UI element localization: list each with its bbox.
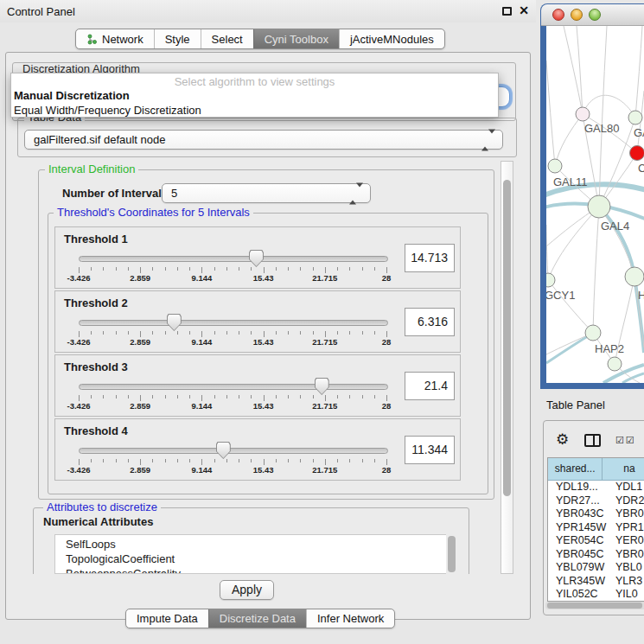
slider-tick-label: 2.859 bbox=[130, 465, 150, 475]
node-red[interactable] bbox=[630, 146, 644, 161]
attribute-item-betweennesscentrality[interactable]: BetweennessCentrality bbox=[55, 566, 446, 574]
slider-tick bbox=[128, 459, 129, 462]
tab-network[interactable]: Network bbox=[76, 29, 154, 48]
table-cell-shared-name[interactable]: YBR043C bbox=[548, 507, 610, 521]
tab-style[interactable]: Style bbox=[154, 29, 201, 48]
slider-tick bbox=[214, 331, 215, 335]
node-bottom[interactable] bbox=[608, 357, 622, 371]
node-label-h: H bbox=[638, 289, 644, 302]
slider-tick bbox=[226, 331, 227, 335]
table-cell-name[interactable]: YBL0 bbox=[610, 561, 642, 575]
table-horizontal-scrollbar-thumb[interactable] bbox=[547, 603, 642, 609]
tab-select[interactable]: Select bbox=[201, 29, 253, 48]
table-cell-name[interactable]: YLR3 bbox=[610, 575, 642, 589]
node-hap2[interactable] bbox=[585, 325, 601, 341]
table-cell-name[interactable]: YBR0 bbox=[610, 507, 644, 521]
network-canvas[interactable]: GAL80GACGAL11GAL4HGCY1HAP2 bbox=[546, 26, 644, 383]
close-traffic-light-icon[interactable] bbox=[552, 9, 564, 21]
table-row[interactable]: YLR345WYLR3 bbox=[548, 575, 644, 589]
zoom-traffic-light-icon[interactable] bbox=[589, 9, 601, 21]
settings-scrollbar[interactable] bbox=[501, 161, 513, 574]
gear-icon[interactable]: ⚙ bbox=[556, 430, 569, 449]
number-of-intervals-combobox[interactable]: 5 bbox=[162, 183, 371, 203]
table-row[interactable]: YDL19...YDL1 bbox=[548, 481, 644, 494]
threshold-value-field[interactable]: 21.4 bbox=[405, 372, 455, 400]
table-cell-name[interactable]: YDR2 bbox=[610, 494, 644, 508]
table-row[interactable]: YBR043CYBR0 bbox=[548, 507, 644, 521]
threshold-slider-track[interactable] bbox=[79, 256, 388, 262]
tab-impute-data[interactable]: Impute Data bbox=[126, 609, 208, 628]
slider-tick-label: 9.144 bbox=[192, 337, 213, 347]
table-cell-name[interactable]: YER0 bbox=[610, 534, 644, 548]
table-cell-name[interactable]: YPR1 bbox=[610, 521, 644, 535]
table-cell-shared-name[interactable]: YDL19... bbox=[548, 481, 610, 494]
threshold-slider-thumb[interactable] bbox=[249, 250, 264, 267]
algorithm-option-equal-width-frequency-discretization[interactable]: Equal Width/Frequency Discretization bbox=[14, 104, 201, 117]
slider-tick bbox=[177, 459, 178, 462]
node-gal4[interactable] bbox=[588, 195, 610, 218]
split-columns-icon[interactable] bbox=[584, 434, 601, 447]
threshold-value-field[interactable]: 6.316 bbox=[405, 308, 455, 336]
slider-tick bbox=[128, 331, 129, 335]
threshold-slider-track[interactable] bbox=[79, 448, 388, 454]
table-row[interactable]: YDR27...YDR2 bbox=[548, 494, 644, 508]
table-cell-shared-name[interactable]: YLR345W bbox=[548, 575, 610, 589]
network-graph[interactable]: GAL80GACGAL11GAL4HGCY1HAP2 bbox=[546, 26, 644, 383]
select-columns-checkboxes-icon[interactable]: ☑☑ bbox=[615, 435, 636, 446]
tab-cyni-toolbox[interactable]: Cyni Toolbox bbox=[253, 29, 339, 48]
settings-scrollbar-thumb[interactable] bbox=[503, 180, 511, 496]
node-gcy1[interactable] bbox=[546, 273, 555, 287]
numerical-attributes-list[interactable]: SelfLoopsTopologicalCoefficientBetweenne… bbox=[54, 534, 446, 574]
threshold-slider-track[interactable] bbox=[79, 320, 388, 326]
attribute-item-topologicalcoefficient[interactable]: TopologicalCoefficient bbox=[55, 552, 446, 566]
apply-button[interactable]: Apply bbox=[220, 580, 274, 600]
slider-tick bbox=[103, 459, 104, 462]
threshold-panel-4: Threshold 4-3.4262.8599.14415.4321.71528… bbox=[54, 418, 461, 481]
threshold-slider-thumb[interactable] bbox=[216, 442, 231, 459]
table-cell-shared-name[interactable]: YIL052C bbox=[548, 588, 610, 602]
table-cell-shared-name[interactable]: YBL079W bbox=[548, 561, 610, 575]
attributes-list-scrollbar[interactable] bbox=[448, 536, 456, 572]
tab-discretize-data[interactable]: Discretize Data bbox=[208, 609, 306, 628]
table-data-combobox[interactable]: galFiltered.sif default node bbox=[24, 130, 503, 150]
node-top-right[interactable] bbox=[628, 111, 642, 124]
slider-tick-label: -3.426 bbox=[67, 401, 91, 411]
threshold-value-field[interactable]: 14.713 bbox=[405, 244, 455, 272]
slider-tick bbox=[325, 267, 326, 273]
table-cell-shared-name[interactable]: YBR045C bbox=[548, 548, 610, 562]
table-cell-shared-name[interactable]: YDR27... bbox=[548, 494, 610, 508]
table-row[interactable]: YBL079WYBL0 bbox=[548, 561, 644, 575]
threshold-value-field[interactable]: 11.344 bbox=[405, 436, 455, 464]
table-row[interactable]: YER054CYER0 bbox=[548, 534, 644, 548]
slider-tick bbox=[300, 267, 301, 271]
threshold-slider-thumb[interactable] bbox=[167, 314, 182, 331]
table-row[interactable]: YPR145WYPR1 bbox=[548, 521, 644, 535]
table-row[interactable]: YBR045CYBR0 bbox=[548, 548, 644, 562]
table-column-header-1[interactable]: shared... bbox=[548, 458, 603, 481]
tab-jactivemnodules[interactable]: jActiveMNodules bbox=[339, 29, 444, 48]
node-gal80[interactable] bbox=[576, 107, 590, 121]
node-gal11[interactable] bbox=[548, 159, 562, 173]
slider-tick bbox=[239, 267, 239, 271]
table-cell-name[interactable]: YBR0 bbox=[610, 548, 644, 562]
thresholds-group-label: Threshold's Coordinates for 5 Intervals bbox=[54, 207, 253, 219]
table-cell-shared-name[interactable]: YER054C bbox=[548, 534, 610, 548]
close-icon[interactable]: ✕ bbox=[519, 3, 529, 17]
attribute-item-selfloops[interactable]: SelfLoops bbox=[55, 537, 446, 552]
threshold-slider-track[interactable] bbox=[79, 384, 388, 390]
node-right-mid[interactable] bbox=[625, 267, 644, 286]
table-horizontal-scrollbar[interactable] bbox=[545, 602, 644, 609]
table-column-header-2[interactable]: na bbox=[603, 458, 644, 481]
float-window-icon[interactable] bbox=[502, 7, 512, 16]
slider-tick bbox=[276, 395, 277, 399]
slider-tick bbox=[226, 267, 227, 271]
algorithm-option-manual-discretization[interactable]: Manual Discretization bbox=[14, 89, 130, 102]
table-cell-shared-name[interactable]: YPR145W bbox=[548, 521, 610, 535]
tab-infer-network[interactable]: Infer Network bbox=[306, 609, 394, 628]
slider-tick bbox=[362, 267, 363, 271]
minimize-traffic-light-icon[interactable] bbox=[571, 9, 583, 21]
table-cell-name[interactable]: YIL0 bbox=[610, 588, 638, 602]
threshold-slider-thumb[interactable] bbox=[315, 378, 329, 395]
table-row[interactable]: YIL052CYIL0 bbox=[548, 588, 644, 602]
table-cell-name[interactable]: YDL1 bbox=[610, 481, 642, 494]
